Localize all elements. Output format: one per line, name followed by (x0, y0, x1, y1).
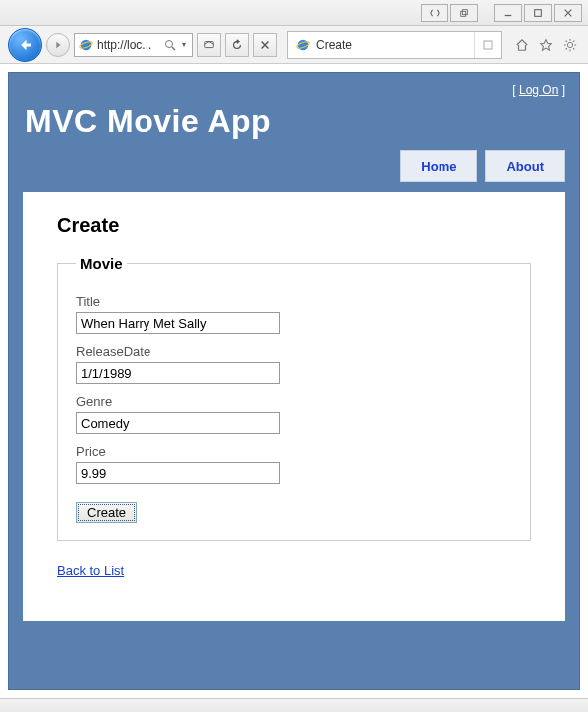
svg-line-7 (172, 47, 175, 50)
window-bottom-border (0, 698, 588, 712)
genre-label: Genre (76, 394, 512, 409)
content-card: Create Movie Title ReleaseDate Genre Pri… (23, 192, 565, 621)
refresh-button[interactable] (225, 33, 249, 57)
genre-input[interactable] (76, 412, 280, 434)
bracket-left: [ (512, 83, 519, 97)
back-to-list-link[interactable]: Back to List (57, 563, 124, 578)
releasedate-input[interactable] (76, 362, 280, 384)
page-heading: Create (57, 214, 531, 237)
svg-point-12 (567, 42, 572, 47)
price-label: Price (76, 444, 512, 459)
svg-rect-8 (205, 41, 214, 47)
address-text: http://loc... (97, 38, 160, 52)
favorites-icon[interactable] (536, 35, 556, 55)
movie-fieldset: Movie Title ReleaseDate Genre Price Crea… (57, 255, 531, 541)
window-close-button[interactable] (554, 4, 582, 22)
nav-about[interactable]: About (485, 150, 565, 182)
title-input[interactable] (76, 312, 280, 334)
tab-strip: Create (287, 31, 502, 59)
window-minimize-button[interactable] (494, 4, 522, 22)
nav-tabs: Home About (23, 150, 565, 182)
svg-rect-11 (484, 41, 492, 49)
svg-point-6 (166, 40, 173, 47)
address-bar[interactable]: http://loc... ▾ (74, 33, 193, 57)
home-icon[interactable] (512, 35, 532, 55)
fieldset-legend: Movie (76, 255, 127, 272)
window-tools-icon[interactable] (421, 4, 448, 22)
create-button[interactable]: Create (76, 502, 137, 523)
svg-rect-0 (461, 11, 466, 16)
tools-icon[interactable] (560, 35, 580, 55)
tab-title: Create (316, 38, 352, 52)
tab-active[interactable]: Create (288, 32, 475, 58)
browser-toolbar: http://loc... ▾ Create (0, 26, 588, 64)
price-input[interactable] (76, 462, 280, 484)
title-label: Title (76, 294, 512, 309)
nav-back-button[interactable] (8, 28, 42, 62)
app-title: MVC Movie App (25, 103, 565, 140)
releasedate-label: ReleaseDate (76, 344, 512, 359)
address-dropdown-icon[interactable]: ▾ (180, 40, 188, 49)
ie-logo-icon (296, 38, 310, 52)
page-container: [ Log On ] MVC Movie App Home About Crea… (8, 72, 580, 690)
search-icon (164, 39, 176, 51)
svg-rect-3 (535, 9, 542, 16)
window-maximize-button[interactable] (524, 4, 552, 22)
compatibility-view-button[interactable] (197, 33, 221, 57)
ie-logo-icon (79, 38, 93, 52)
logon-area: [ Log On ] (23, 83, 565, 101)
nav-home[interactable]: Home (400, 150, 477, 182)
stop-button[interactable] (253, 33, 277, 57)
svg-rect-1 (462, 9, 467, 14)
logon-link[interactable]: Log On (519, 83, 558, 97)
window-titlebar (0, 0, 588, 26)
window-restore-button[interactable] (450, 4, 478, 22)
bracket-right: ] (558, 83, 565, 97)
nav-forward-button[interactable] (46, 33, 70, 57)
new-tab-button[interactable] (475, 40, 501, 50)
